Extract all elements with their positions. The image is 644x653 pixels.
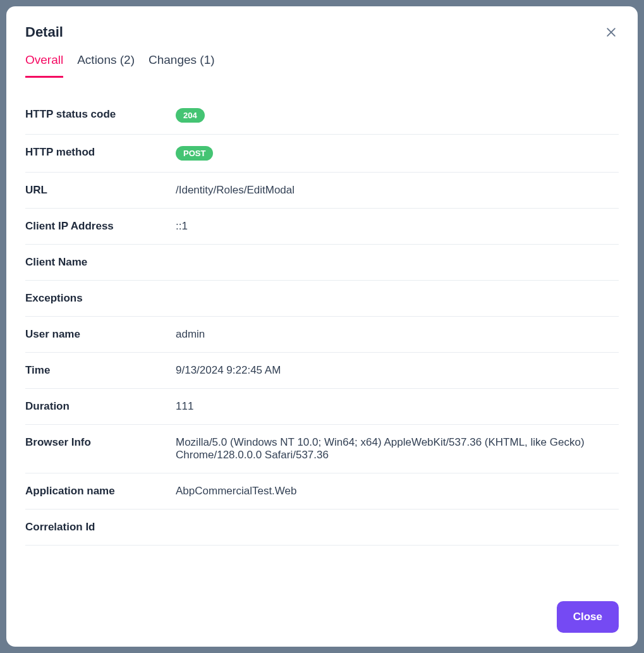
modal-header: Detail (6, 6, 638, 53)
row-exceptions: Exceptions (25, 281, 619, 317)
detail-modal: Detail Overall Actions (2) Changes (1) H… (6, 6, 638, 647)
row-client-name: Client Name (25, 245, 619, 281)
tabs: Overall Actions (2) Changes (1) (25, 53, 619, 78)
row-label: Correlation Id (25, 521, 176, 534)
row-label: URL (25, 184, 176, 197)
row-correlation-id: Correlation Id (25, 510, 619, 546)
row-label: HTTP status code (25, 108, 176, 121)
row-value: 111 (176, 400, 619, 413)
row-label: Time (25, 364, 176, 377)
row-client-ip: Client IP Address ::1 (25, 209, 619, 245)
row-value: AbpCommercialTest.Web (176, 485, 619, 497)
row-value: ::1 (176, 220, 619, 233)
method-badge: POST (176, 146, 213, 161)
modal-title: Detail (25, 24, 63, 40)
tab-overall[interactable]: Overall (25, 53, 63, 78)
row-value: 204 (176, 108, 619, 123)
row-label: User name (25, 328, 176, 341)
overall-panel: HTTP status code 204 HTTP method POST UR… (25, 97, 619, 587)
status-badge: 204 (176, 108, 205, 123)
modal-footer: Close (6, 587, 638, 647)
modal-body: Overall Actions (2) Changes (1) HTTP sta… (6, 53, 638, 587)
row-value: 9/13/2024 9:22:45 AM (176, 364, 619, 377)
row-label: HTTP method (25, 146, 176, 159)
tab-actions[interactable]: Actions (2) (77, 53, 135, 78)
row-label: Client Name (25, 256, 176, 269)
row-value: POST (176, 146, 619, 161)
row-app-name: Application name AbpCommercialTest.Web (25, 473, 619, 510)
row-label: Duration (25, 400, 176, 413)
close-icon[interactable] (604, 25, 619, 40)
row-value: admin (176, 328, 619, 341)
row-http-status: HTTP status code 204 (25, 97, 619, 135)
row-duration: Duration 111 (25, 389, 619, 425)
row-http-method: HTTP method POST (25, 135, 619, 173)
tab-changes[interactable]: Changes (1) (149, 53, 215, 78)
row-url: URL /Identity/Roles/EditModal (25, 173, 619, 209)
row-value: Mozilla/5.0 (Windows NT 10.0; Win64; x64… (176, 436, 619, 461)
close-button[interactable]: Close (557, 601, 619, 633)
spacer (25, 546, 619, 587)
row-label: Application name (25, 485, 176, 497)
row-label: Exceptions (25, 292, 176, 305)
row-time: Time 9/13/2024 9:22:45 AM (25, 353, 619, 389)
row-label: Browser Info (25, 436, 176, 449)
row-username: User name admin (25, 317, 619, 353)
row-label: Client IP Address (25, 220, 176, 233)
row-browser-info: Browser Info Mozilla/5.0 (Windows NT 10.… (25, 425, 619, 473)
row-value: /Identity/Roles/EditModal (176, 184, 619, 197)
